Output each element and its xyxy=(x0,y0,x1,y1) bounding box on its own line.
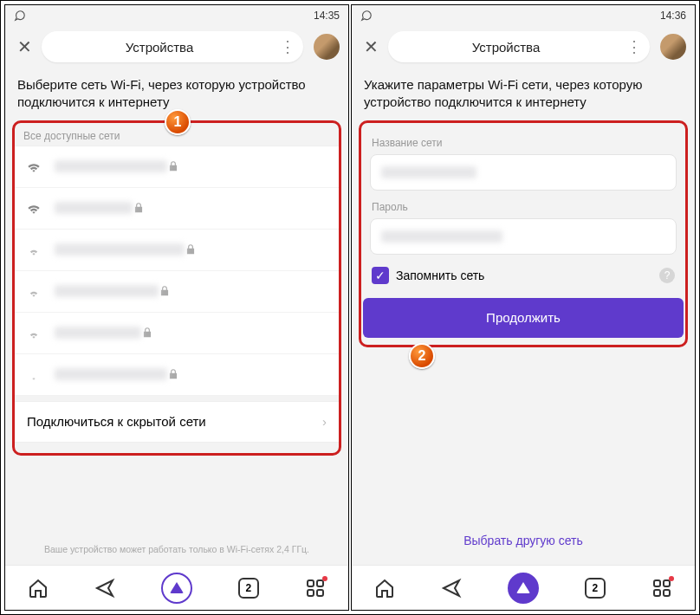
tabs-icon[interactable]: 2 xyxy=(585,578,606,599)
step-badge-1: 1 xyxy=(165,109,191,135)
step-badge-2: 2 xyxy=(409,343,435,369)
help-icon[interactable]: ? xyxy=(659,268,675,283)
svg-rect-3 xyxy=(317,590,323,596)
phone-right: 14:36 ✕ Устройства ⋮ Укажите параметры W… xyxy=(351,4,696,611)
wifi-form: Название сети Пароль ✓ Запомнить сеть ? xyxy=(361,126,685,295)
svg-rect-2 xyxy=(308,590,314,596)
ssid-input[interactable] xyxy=(370,154,677,191)
lock-icon xyxy=(167,368,179,380)
send-icon[interactable] xyxy=(94,578,115,599)
wifi-ssid-blurred xyxy=(55,285,159,297)
clock: 14:36 xyxy=(660,10,686,22)
continue-button[interactable]: Продолжить xyxy=(363,298,684,338)
hidden-network-label: Подключиться к скрытой сети xyxy=(27,414,206,429)
lock-icon xyxy=(133,202,145,214)
chevron-right-icon: › xyxy=(322,414,327,429)
notification-dot xyxy=(669,576,674,581)
wifi-ssid-blurred xyxy=(55,202,133,214)
wifi-icon xyxy=(25,282,42,300)
lock-icon xyxy=(167,160,179,172)
wifi-item[interactable] xyxy=(15,188,339,230)
wifi-icon xyxy=(25,324,42,341)
avatar[interactable] xyxy=(660,34,686,60)
wifi-item[interactable] xyxy=(15,271,339,313)
more-icon[interactable]: ⋮ xyxy=(624,36,645,57)
remember-row: ✓ Запомнить сеть ? xyxy=(372,267,675,284)
alice-button[interactable] xyxy=(161,573,192,604)
home-icon[interactable] xyxy=(374,578,395,599)
svg-rect-7 xyxy=(664,590,670,596)
page-title: Устройства xyxy=(42,40,277,55)
password-input[interactable] xyxy=(370,218,677,255)
avatar[interactable] xyxy=(314,34,340,60)
lock-icon xyxy=(159,285,171,297)
phone-left: 14:35 ✕ Устройства ⋮ Выберите сеть Wi-Fi… xyxy=(4,4,349,611)
page-heading: Укажите параметры Wi-Fi сети, через кото… xyxy=(352,68,695,120)
app-header: ✕ Устройства ⋮ xyxy=(5,26,348,68)
send-icon[interactable] xyxy=(441,578,462,599)
apps-icon[interactable] xyxy=(305,578,326,599)
ssid-value-blurred xyxy=(381,166,476,178)
choose-other-network[interactable]: Выбрать другую сеть xyxy=(352,534,695,547)
svg-rect-6 xyxy=(654,590,660,596)
wifi-icon xyxy=(25,241,42,258)
lock-icon xyxy=(141,327,153,339)
remember-label: Запомнить сеть xyxy=(396,269,484,282)
bottom-nav: 2 xyxy=(352,565,695,610)
status-bar: 14:36 xyxy=(352,5,695,26)
close-button[interactable]: ✕ xyxy=(14,36,35,57)
close-button[interactable]: ✕ xyxy=(360,36,381,57)
ssid-label: Название сети xyxy=(372,137,675,149)
whatsapp-icon xyxy=(14,10,26,22)
wifi-ssid-blurred xyxy=(55,368,167,380)
wifi-ssid-blurred xyxy=(55,160,167,172)
notification-dot xyxy=(322,576,327,581)
wifi-item[interactable] xyxy=(15,354,339,396)
bottom-nav: 2 xyxy=(5,565,348,610)
wifi-item[interactable] xyxy=(15,313,339,354)
wifi-icon xyxy=(25,158,42,175)
title-pill: Устройства ⋮ xyxy=(42,31,303,62)
apps-icon[interactable] xyxy=(651,578,672,599)
wifi-ssid-blurred xyxy=(55,327,141,339)
more-icon[interactable]: ⋮ xyxy=(277,36,298,57)
home-icon[interactable] xyxy=(28,578,49,599)
tabs-icon[interactable]: 2 xyxy=(238,578,259,599)
svg-rect-5 xyxy=(664,580,670,586)
wifi-icon xyxy=(25,366,42,383)
page-title: Устройства xyxy=(388,40,624,55)
wifi-icon xyxy=(25,199,42,217)
wifi-footnote: Ваше устройство может работать только в … xyxy=(5,544,348,554)
svg-rect-1 xyxy=(317,580,323,586)
connect-hidden-network[interactable]: Подключиться к скрытой сети › xyxy=(15,401,339,443)
alice-button[interactable] xyxy=(508,573,539,604)
whatsapp-icon xyxy=(360,10,373,22)
password-value-blurred xyxy=(381,230,502,243)
highlight-box: 1 Все доступные сети xyxy=(12,120,341,456)
status-bar: 14:35 xyxy=(5,5,348,26)
clock: 14:35 xyxy=(314,10,340,22)
app-header: ✕ Устройства ⋮ xyxy=(352,26,695,68)
wifi-item[interactable] xyxy=(15,146,339,188)
password-label: Пароль xyxy=(372,201,675,213)
wifi-ssid-blurred xyxy=(55,243,185,256)
remember-checkbox[interactable]: ✓ xyxy=(372,267,389,284)
svg-rect-4 xyxy=(654,580,660,586)
svg-rect-0 xyxy=(308,580,314,586)
highlight-box: Название сети Пароль ✓ Запомнить сеть ? … xyxy=(359,120,688,347)
wifi-item[interactable] xyxy=(15,230,339,271)
lock-icon xyxy=(185,243,197,256)
wifi-list xyxy=(15,146,339,396)
title-pill: Устройства ⋮ xyxy=(388,31,650,62)
